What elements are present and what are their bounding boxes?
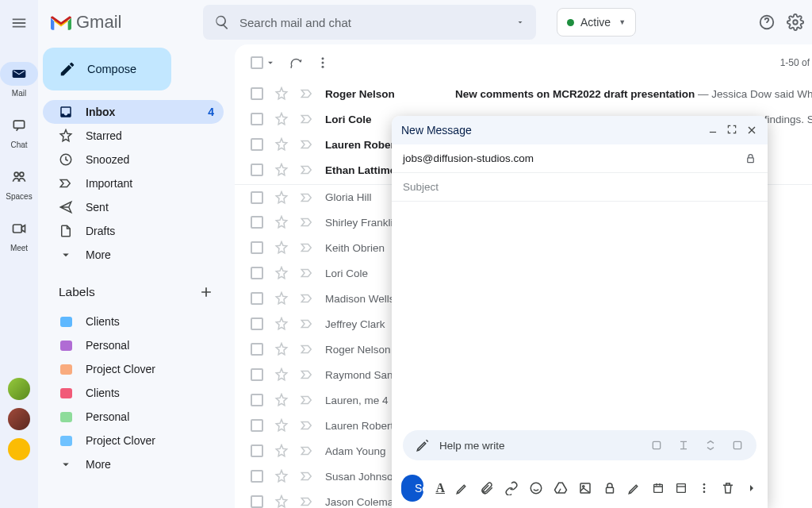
row-checkbox[interactable] — [251, 495, 263, 508]
important-marker-icon[interactable] — [300, 112, 314, 126]
row-checkbox[interactable] — [251, 191, 263, 204]
select-all-checkbox[interactable] — [251, 56, 263, 69]
more-icon[interactable] — [316, 56, 330, 70]
sidebar-item-more[interactable]: More — [43, 243, 224, 267]
important-marker-icon[interactable] — [300, 137, 314, 152]
star-icon[interactable] — [274, 418, 289, 433]
sidebar-item-important[interactable]: Important — [43, 171, 224, 195]
important-marker-icon[interactable] — [300, 317, 314, 331]
mail-row[interactable]: Roger NelsonNew comments on MCR2022 draf… — [235, 81, 812, 106]
row-checkbox[interactable] — [251, 87, 263, 100]
important-marker-icon[interactable] — [300, 241, 314, 255]
sidebar-item-inbox[interactable]: Inbox 4 — [43, 100, 224, 124]
label-item[interactable]: More — [43, 452, 224, 476]
important-marker-icon[interactable] — [300, 215, 314, 229]
rail-item-meet[interactable]: Meet — [0, 217, 38, 252]
important-marker-icon[interactable] — [300, 266, 314, 280]
important-marker-icon[interactable] — [300, 469, 314, 483]
sidebar-item-snoozed[interactable]: Snoozed — [43, 148, 224, 171]
drive-icon[interactable] — [553, 481, 568, 495]
row-checkbox[interactable] — [251, 394, 263, 406]
label-item[interactable]: Project Clover — [43, 429, 224, 452]
star-icon[interactable] — [274, 215, 289, 229]
status-pill[interactable]: Active ▼ — [557, 8, 636, 37]
row-checkbox[interactable] — [251, 444, 263, 457]
search-input[interactable] — [239, 16, 506, 29]
rail-item-spaces[interactable]: Spaces — [0, 165, 38, 201]
star-icon[interactable] — [274, 291, 289, 306]
row-checkbox[interactable] — [251, 216, 263, 229]
label-item[interactable]: Personal — [43, 405, 224, 429]
important-marker-icon[interactable] — [300, 418, 314, 433]
star-icon[interactable] — [274, 241, 289, 255]
sidebar-item-drafts[interactable]: Drafts — [43, 219, 224, 243]
important-marker-icon[interactable] — [300, 342, 314, 356]
shorten-icon[interactable] — [677, 439, 690, 452]
star-icon[interactable] — [274, 317, 289, 331]
link-icon[interactable] — [504, 481, 519, 495]
compose-button[interactable]: Compose — [43, 48, 171, 90]
elaborate-icon[interactable] — [704, 439, 717, 452]
star-icon[interactable] — [274, 368, 289, 382]
fullscreen-icon[interactable] — [726, 124, 737, 135]
signature-icon[interactable] — [627, 481, 642, 495]
search-bar[interactable] — [203, 5, 536, 40]
send-button[interactable]: Send — [401, 475, 423, 502]
label-item[interactable]: Clients — [43, 381, 224, 405]
emoji-icon[interactable] — [529, 481, 543, 495]
minimize-icon[interactable] — [707, 124, 718, 135]
help-icon[interactable] — [758, 13, 776, 31]
label-item[interactable]: Clients — [43, 310, 224, 333]
expand-arrow-icon[interactable] — [745, 481, 758, 495]
star-icon[interactable] — [274, 469, 289, 483]
add-label-button[interactable] — [198, 284, 214, 300]
rail-avatar[interactable] — [8, 408, 30, 430]
close-icon[interactable] — [745, 124, 758, 137]
row-checkbox[interactable] — [251, 138, 263, 151]
caret-down-icon[interactable] — [265, 57, 276, 68]
main-menu-button[interactable] — [10, 14, 28, 32]
subject-field-row[interactable] — [392, 173, 768, 202]
row-checkbox[interactable] — [251, 419, 263, 432]
lock-icon[interactable] — [745, 152, 756, 164]
rail-item-chat[interactable]: Chat — [0, 114, 38, 149]
search-options-icon[interactable] — [515, 17, 525, 27]
discard-icon[interactable] — [721, 481, 735, 495]
label-item[interactable]: Project Clover — [43, 357, 224, 381]
row-checkbox[interactable] — [251, 113, 263, 125]
settings-gear-icon[interactable] — [787, 13, 804, 31]
important-marker-icon[interactable] — [300, 495, 314, 508]
row-checkbox[interactable] — [251, 368, 263, 381]
rail-avatar[interactable] — [8, 378, 30, 400]
row-checkbox[interactable] — [251, 164, 263, 176]
star-icon[interactable] — [274, 393, 289, 407]
suggest-icon[interactable] — [650, 439, 663, 452]
template-icon[interactable] — [675, 481, 688, 495]
attach-icon[interactable] — [480, 481, 494, 495]
star-icon[interactable] — [274, 112, 289, 126]
sidebar-item-starred[interactable]: Starred — [43, 124, 224, 148]
important-marker-icon[interactable] — [300, 393, 314, 407]
star-icon[interactable] — [274, 444, 289, 458]
important-marker-icon[interactable] — [300, 368, 314, 382]
image-icon[interactable] — [578, 481, 592, 495]
formalize-icon[interactable] — [731, 439, 744, 452]
row-checkbox[interactable] — [251, 241, 263, 254]
confidential-icon[interactable] — [603, 481, 617, 495]
important-marker-icon[interactable] — [300, 87, 314, 101]
refresh-icon[interactable] — [289, 56, 303, 70]
star-icon[interactable] — [274, 495, 289, 508]
label-item[interactable]: Personal — [43, 333, 224, 357]
star-icon[interactable] — [274, 137, 289, 152]
row-checkbox[interactable] — [251, 470, 263, 483]
format-text-icon[interactable]: A — [435, 481, 445, 495]
star-icon[interactable] — [274, 190, 289, 205]
row-checkbox[interactable] — [251, 292, 263, 305]
important-marker-icon[interactable] — [300, 444, 314, 458]
compose-body[interactable] — [392, 202, 768, 430]
star-icon[interactable] — [274, 342, 289, 356]
calendar-insert-icon[interactable] — [652, 481, 665, 495]
sidebar-item-sent[interactable]: Sent — [43, 195, 224, 219]
magic-compose-icon[interactable] — [455, 481, 469, 495]
subject-input[interactable] — [403, 181, 756, 193]
